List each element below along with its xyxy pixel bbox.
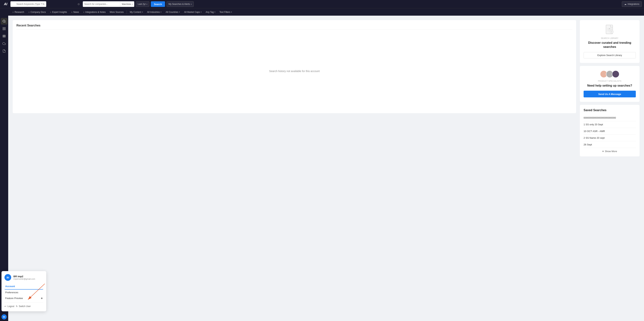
svg-rect-3 — [3, 29, 4, 30]
svg-rect-2 — [4, 27, 6, 28]
show-more-button[interactable]: ▾ Show More — [584, 148, 636, 153]
filter-research[interactable]: + Research — [10, 10, 26, 14]
svg-rect-1 — [3, 27, 4, 28]
recent-searches-panel: Recent Searches Search history not avail… — [13, 20, 576, 113]
user-popup-email: impersonbr@gmail.com — [14, 278, 35, 280]
saved-searches-card: Saved Searches 000000000000000000000000 … — [580, 105, 640, 157]
search-library-icon-area — [606, 24, 614, 35]
search-library-label: SEARCH LIBRARY — [601, 37, 618, 39]
sidebar-search-icon[interactable] — [1, 18, 8, 24]
svg-rect-5 — [3, 35, 6, 35]
filter-text-filters[interactable]: Text Filters ▾ — [218, 10, 234, 14]
product-specialists-title: Need help setting up searches? — [587, 84, 632, 88]
explore-search-library-button[interactable]: Explore Search Library — [584, 52, 636, 58]
sidebar-document-icon[interactable] — [1, 48, 8, 54]
filter-more-sources[interactable]: More Sources — [108, 10, 126, 14]
sidebar-grid-icon[interactable] — [1, 25, 8, 32]
user-popup: BI BR imp2 impersonbr@gmail.com Account … — [2, 271, 46, 311]
popup-actions: ↩ Logout ↻ Switch User — [4, 304, 43, 308]
recent-searches-title: Recent Searches — [16, 24, 572, 30]
user-popup-avatar: BI — [4, 274, 11, 281]
filter-my-content[interactable]: My Content ▾ — [128, 10, 145, 14]
company-search-input[interactable] — [83, 1, 120, 7]
chevron-down-icon: ▾ — [146, 3, 147, 5]
product-specialists-card: PRODUCT SPECIALISTS Need help setting up… — [580, 66, 640, 102]
saved-search-item[interactable]: 10 OCT ASR - AMR — [584, 128, 636, 135]
sidebar-list-icon[interactable] — [1, 33, 8, 39]
chevron-down-icon: ▾ — [132, 3, 133, 5]
filter-news[interactable]: + News — [69, 10, 81, 14]
right-panel: SEARCH LIBRARY Discover curated and tren… — [580, 20, 640, 157]
product-specialists-label: PRODUCT SPECIALISTS — [598, 80, 622, 82]
integrations-button[interactable]: ☁ Integrations — [622, 1, 642, 7]
user-info: BR imp2 impersonbr@gmail.com — [14, 275, 35, 280]
saved-search-item[interactable]: 2 SS Name 20 sept — [584, 135, 636, 141]
user-popup-header: BI BR imp2 impersonbr@gmail.com — [4, 274, 43, 281]
feature-preview-badge — [41, 298, 42, 299]
svg-point-0 — [3, 20, 5, 22]
logout-icon: ↩ — [4, 305, 6, 308]
specialist-avatar-3 — [612, 70, 620, 78]
chevron-down-icon: ▾ — [191, 3, 192, 5]
filter-separator — [126, 10, 127, 14]
timeframe-button[interactable]: Last 2yr ▾ — [136, 1, 150, 7]
keyword-search-input[interactable] — [10, 1, 46, 7]
keyword-search-wrap: ⌕ ⊙ — [10, 1, 81, 7]
plus-icon: + — [12, 11, 14, 13]
svg-rect-7 — [3, 37, 6, 37]
logout-button[interactable]: ↩ Logout — [4, 304, 14, 308]
filter-any-tag[interactable]: Any Tag ▾ — [204, 10, 217, 14]
svg-rect-6 — [3, 36, 6, 36]
mic-icon[interactable]: ⊙ — [78, 2, 80, 5]
chevron-down-icon: ▾ — [602, 150, 604, 153]
filter-all-industries[interactable]: All Industries ▾ — [145, 10, 164, 14]
search-button[interactable]: Search — [151, 1, 165, 7]
popup-feature-preview-item[interactable]: Feature Preview — [4, 295, 43, 301]
filter-all-countries[interactable]: All Countries ▾ — [164, 10, 182, 14]
main-content: Recent Searches Search history not avail… — [8, 16, 644, 321]
chevron-down-icon: ▾ — [179, 11, 180, 13]
my-searches-button[interactable]: My Searches & Alerts ▾ — [166, 1, 194, 7]
plus-icon: + — [50, 11, 52, 13]
empty-state-message: Search history not available for this ac… — [16, 33, 572, 110]
specialists-avatars — [600, 70, 620, 78]
send-message-button[interactable]: Send Us A Message — [584, 91, 636, 97]
search-library-card: SEARCH LIBRARY Discover curated and tren… — [580, 20, 640, 63]
switch-user-button[interactable]: ↻ Switch User — [16, 304, 31, 308]
top-nav: AI ⌕ ⊙ Watchlists ▾ Last 2yr ▾ Search My… — [0, 0, 644, 8]
plus-icon: + — [71, 11, 72, 13]
user-panel-button[interactable]: BI — [0, 313, 8, 321]
plus-icon: + — [28, 11, 30, 13]
popup-divider — [4, 303, 43, 303]
saved-search-item[interactable]: 000000000000000000000000 — [584, 115, 636, 121]
watchlists-button[interactable]: Watchlists ▾ — [120, 1, 134, 7]
search-library-title: Discover curated and trending searches — [584, 41, 636, 49]
filter-expert-insights[interactable]: + Expert Insights — [48, 10, 69, 14]
filter-bar: + Research + Company Docs + Expert Insig… — [0, 8, 644, 16]
filter-all-market-caps[interactable]: All Market Caps ▾ — [182, 10, 204, 14]
cloud-integrations-icon: ☁ — [624, 3, 626, 5]
user-avatar: BI — [2, 314, 7, 320]
saved-search-item[interactable]: 1 SS only 20 Sept — [584, 121, 636, 128]
chevron-down-icon: ▾ — [160, 11, 162, 13]
company-search-group: Watchlists ▾ — [83, 1, 134, 7]
chevron-down-icon: ▾ — [142, 11, 143, 13]
popup-preferences-item[interactable]: Preferences — [4, 290, 43, 295]
svg-rect-4 — [4, 29, 6, 30]
logo-text: AI — [4, 2, 7, 6]
saved-search-item[interactable]: 26 Sept — [584, 141, 636, 148]
chevron-down-icon: ▾ — [231, 11, 232, 13]
filter-integrations-notes[interactable]: + Integrations & Notes — [81, 10, 108, 14]
chevron-down-icon: ▾ — [200, 11, 202, 13]
chevron-down-icon: ▾ — [214, 11, 215, 13]
filter-company-docs[interactable]: + Company Docs — [26, 10, 48, 14]
logo[interactable]: AI — [2, 1, 9, 7]
popup-account-item[interactable]: Account — [4, 283, 43, 290]
user-popup-name: BR imp2 — [14, 275, 35, 278]
switch-user-icon: ↻ — [16, 305, 18, 308]
sidebar-cloud-icon[interactable] — [1, 40, 8, 47]
plus-icon: + — [83, 11, 85, 13]
saved-searches-title: Saved Searches — [584, 109, 636, 112]
